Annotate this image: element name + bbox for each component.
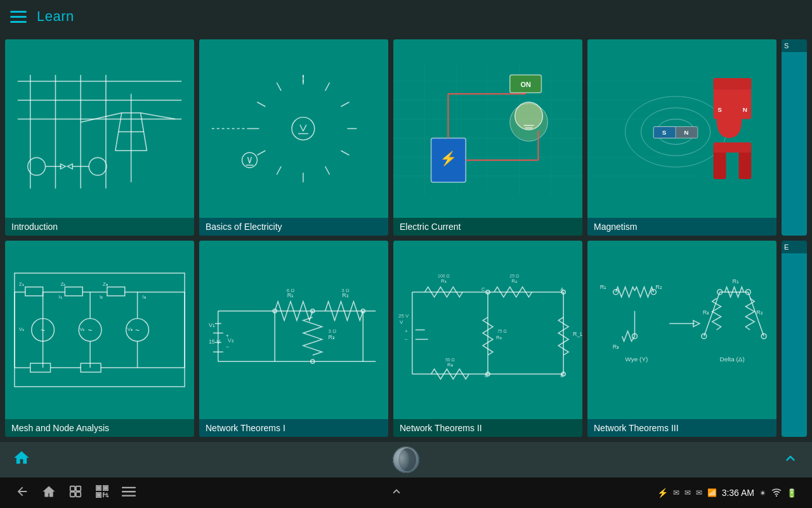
svg-text:~: ~ (135, 326, 140, 335)
svg-text:I₃: I₃ (143, 294, 146, 300)
svg-text:I₂: I₂ (100, 294, 103, 300)
page-title: Learn (37, 8, 74, 25)
app-header: Learn (0, 0, 812, 33)
svg-text:R₁: R₁ (732, 278, 738, 284)
card-network-3[interactable]: R₁ R₂ R₃ Wye (Y) (587, 241, 776, 437)
svg-point-199 (396, 450, 409, 470)
svg-rect-203 (76, 492, 81, 497)
svg-rect-94 (25, 287, 43, 296)
svg-point-176 (613, 290, 619, 295)
svg-text:V₂: V₂ (228, 337, 234, 344)
svg-rect-95 (65, 287, 82, 296)
card-label-mesh: Mesh and Node Analysis (5, 419, 194, 437)
svg-text:V: V (400, 319, 403, 325)
scroll-up-button[interactable] (782, 450, 799, 470)
svg-text:−: − (226, 344, 229, 350)
svg-text:R₃: R₃ (329, 334, 335, 340)
svg-text:V₁: V₁ (209, 322, 215, 328)
svg-line-35 (300, 125, 303, 131)
svg-line-29 (257, 150, 265, 155)
svg-text:75 Ω: 75 Ω (497, 329, 507, 333)
cards-row-2: ~ ~ ~ I₁ I₂ I₃ (5, 241, 807, 437)
card-label-network2: Network Theorems II (393, 419, 582, 437)
card-image-mesh: ~ ~ ~ I₁ I₂ I₃ (5, 241, 194, 419)
qr-button[interactable] (95, 485, 109, 501)
card-image-network3: R₁ R₂ R₃ Wye (Y) (587, 241, 776, 419)
svg-text:S: S (717, 106, 722, 113)
main-content: Introduction (0, 33, 812, 442)
nav-home-button[interactable] (42, 485, 56, 501)
svg-line-22 (325, 83, 330, 91)
svg-marker-12 (67, 164, 72, 169)
svg-rect-200 (70, 486, 75, 491)
svg-text:S: S (662, 129, 667, 136)
card-image-introduction (5, 39, 194, 218)
svg-line-23 (341, 102, 350, 107)
card-network-1[interactable]: + − V₁ 15 V R₁ 6 Ω R₂ 3 Ω (199, 241, 388, 437)
svg-text:V₂: V₂ (79, 326, 84, 332)
nav-center-up[interactable] (390, 485, 403, 501)
svg-text:R₃: R₃ (613, 344, 619, 350)
svg-text:3 Ω: 3 Ω (341, 288, 350, 293)
svg-text:3 Ω: 3 Ω (329, 328, 337, 334)
card-image-basics (199, 39, 388, 218)
card-image-electric-current: ⚡ ON (393, 39, 582, 218)
svg-rect-217 (122, 491, 136, 492)
svg-rect-101 (81, 363, 101, 372)
svg-rect-216 (122, 487, 136, 488)
card-partial-2[interactable]: E (782, 241, 807, 437)
card-partial-1[interactable]: S (782, 39, 807, 236)
svg-text:R₁: R₁ (600, 284, 606, 290)
card-basics-electricity[interactable]: Basics of Electricity (199, 39, 388, 236)
svg-text:Wye (Y): Wye (Y) (625, 356, 648, 363)
svg-rect-202 (70, 492, 75, 497)
svg-line-32 (277, 83, 281, 91)
svg-text:R₄: R₄ (511, 278, 517, 284)
svg-text:⚡: ⚡ (440, 150, 457, 167)
card-image-network1: + − V₁ 15 V R₁ 6 Ω R₂ 3 Ω (199, 241, 388, 419)
svg-text:R₃: R₃ (447, 362, 453, 368)
svg-text:25 V: 25 V (398, 313, 409, 319)
svg-text:50 Ω: 50 Ω (445, 358, 455, 362)
card-label-network1: Network Theorems I (199, 419, 388, 437)
svg-text:~: ~ (88, 326, 93, 335)
svg-text:ON: ON (520, 81, 530, 88)
cards-row-1: Introduction (5, 39, 807, 236)
svg-rect-87 (15, 273, 185, 387)
battery-icon: 🔋 (787, 488, 797, 498)
card-network-2[interactable]: + − V 25 V R₁ 100 Ω R₄ 25 Ω R_L (393, 241, 582, 437)
email-icon-2: ✉ (684, 488, 691, 497)
card-mesh-node[interactable]: ~ ~ ~ I₁ I₂ I₃ (5, 241, 194, 437)
card-magnetism[interactable]: S N S N (587, 39, 776, 236)
back-button[interactable] (15, 485, 29, 502)
email-icon-3: ✉ (696, 488, 702, 497)
home-button[interactable] (13, 449, 30, 471)
svg-line-40 (249, 157, 251, 163)
svg-rect-100 (30, 363, 51, 372)
card-introduction[interactable]: Introduction (5, 39, 194, 236)
svg-text:Z₃: Z₃ (103, 281, 108, 287)
svg-text:N: N (684, 129, 688, 136)
svg-rect-209 (98, 494, 100, 497)
svg-text:V₁: V₁ (19, 326, 24, 332)
card-electric-current[interactable]: ⚡ ON Electric Current (393, 39, 582, 236)
system-time: 3:36 AM (722, 488, 754, 498)
system-navbar: ⚡ ✉ ✉ ✉ 📶 3:36 AM ✴ 🔋 (0, 478, 812, 508)
svg-text:R₂: R₂ (655, 284, 662, 290)
app-logo[interactable] (393, 446, 419, 473)
svg-text:C: C (481, 286, 485, 292)
svg-text:25 Ω: 25 Ω (509, 274, 519, 278)
svg-point-33 (292, 117, 315, 140)
svg-text:R₂: R₂ (756, 309, 763, 316)
svg-rect-201 (76, 486, 81, 491)
svg-rect-79 (714, 142, 752, 152)
svg-text:100 Ω: 100 Ω (438, 274, 450, 278)
svg-rect-218 (122, 495, 136, 497)
partial-label-2: E (782, 241, 807, 253)
card-image-magnetism: S N S N (587, 39, 776, 218)
svg-line-28 (277, 166, 281, 175)
menu-button[interactable] (10, 11, 27, 23)
hamburger-button[interactable] (122, 485, 136, 501)
recent-apps-button[interactable] (69, 485, 82, 501)
svg-point-177 (651, 290, 656, 295)
